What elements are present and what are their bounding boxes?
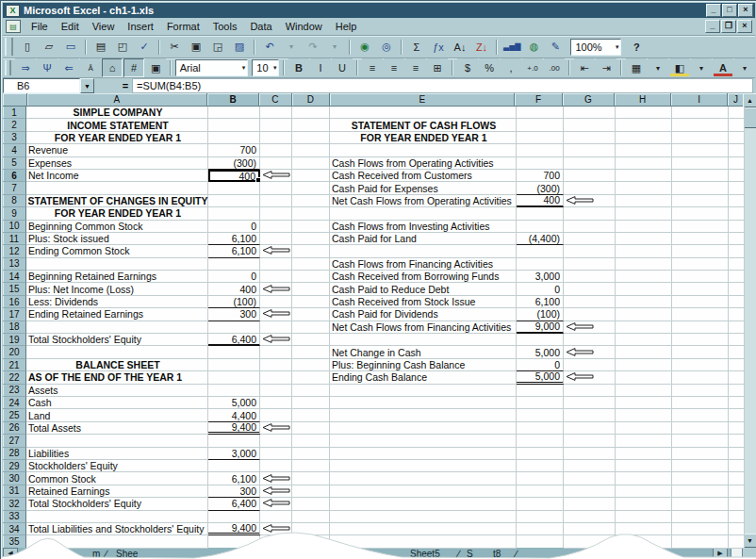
cell-H27[interactable]: [616, 435, 672, 447]
cell-D14[interactable]: [292, 271, 330, 283]
cell-J7[interactable]: [729, 182, 745, 194]
cell-G25[interactable]: [564, 409, 616, 421]
cell-B9[interactable]: [208, 207, 260, 220]
cell-I16[interactable]: [672, 296, 729, 308]
toolbar-grip[interactable]: [5, 38, 13, 55]
cell-G29[interactable]: [564, 460, 616, 472]
cell-B25[interactable]: 4,400: [208, 409, 260, 421]
row-header-24[interactable]: 24: [3, 397, 26, 409]
cell-B33[interactable]: [208, 511, 260, 523]
last-sheet-nav-icon[interactable]: ▶: [713, 548, 728, 559]
cell-D6[interactable]: [292, 170, 330, 182]
cell-J23[interactable]: [729, 385, 745, 397]
cell-I33[interactable]: [672, 511, 729, 523]
sheet-tab-t8[interactable]: t8: [493, 549, 501, 559]
cell-B13[interactable]: [208, 258, 260, 271]
cell-E23[interactable]: [330, 385, 517, 397]
cell-H6[interactable]: [616, 170, 672, 182]
cell-J13[interactable]: [729, 258, 745, 271]
cell-H14[interactable]: [616, 271, 672, 283]
open-folder-icon[interactable]: ▱: [39, 38, 59, 57]
cell-D35[interactable]: [292, 535, 330, 548]
cell-B5[interactable]: (300): [208, 157, 260, 170]
cell-A13[interactable]: [26, 258, 208, 271]
row-header-20[interactable]: 20: [3, 346, 26, 358]
cell-D8[interactable]: [292, 195, 330, 207]
font-size-select[interactable]: 10 ▾: [252, 59, 279, 76]
cell-B32[interactable]: 6,400: [208, 498, 260, 510]
format-painter-icon[interactable]: ▨: [229, 38, 250, 57]
maximize-button[interactable]: □: [722, 4, 737, 17]
cell-G4[interactable]: [564, 144, 616, 156]
cell-H10[interactable]: [616, 221, 672, 233]
cell-J28[interactable]: [729, 448, 745, 460]
cell-C11[interactable]: [260, 233, 292, 245]
cell-E33[interactable]: [330, 511, 517, 523]
cell-H16[interactable]: [616, 296, 672, 308]
cell-I30[interactable]: [672, 472, 729, 485]
cell-B21[interactable]: [208, 359, 260, 371]
fill-color-icon[interactable]: ◧: [669, 58, 690, 77]
cell-D26[interactable]: [292, 422, 330, 435]
cell-J1[interactable]: [729, 107, 745, 119]
cell-I2[interactable]: [672, 119, 729, 131]
redo-icon[interactable]: ↷: [303, 38, 323, 57]
cell-B4[interactable]: 700: [208, 144, 260, 156]
autosum-icon[interactable]: Σ: [406, 38, 427, 57]
cell-B16[interactable]: (100): [208, 296, 260, 308]
cell-C6[interactable]: [260, 170, 292, 182]
cell-H21[interactable]: [616, 359, 672, 371]
cell-C12[interactable]: [260, 245, 292, 257]
cell-J5[interactable]: [729, 157, 745, 170]
cell-G2[interactable]: [564, 119, 616, 131]
borders-icon[interactable]: ▦: [626, 58, 647, 77]
cell-C19[interactable]: [260, 334, 292, 346]
row-header-27[interactable]: 27: [3, 435, 26, 447]
cell-B27[interactable]: [208, 435, 260, 447]
cell-G15[interactable]: [564, 283, 616, 295]
cell-H20[interactable]: [616, 346, 672, 358]
cell-A2[interactable]: INCOME STATEMENT: [26, 119, 208, 131]
cell-A16[interactable]: Less: Dividends: [26, 296, 208, 308]
row-header-12[interactable]: 12: [3, 245, 26, 257]
cell-E5[interactable]: Cash Flows from Operating Activities: [330, 157, 517, 170]
row-header-18[interactable]: 18: [3, 321, 26, 334]
cell-H18[interactable]: [616, 321, 672, 334]
menu-item-insert[interactable]: Insert: [121, 19, 160, 34]
sheet-tab-m[interactable]: m: [92, 549, 100, 559]
drawing-icon[interactable]: ✎: [545, 38, 566, 57]
scroll-down-icon[interactable]: ▼: [743, 534, 756, 548]
cell-F4[interactable]: [517, 144, 564, 156]
row-header-11[interactable]: 11: [3, 233, 26, 245]
cell-C34[interactable]: [260, 523, 292, 535]
cell-J3[interactable]: [729, 132, 745, 144]
cell-I28[interactable]: [672, 448, 729, 460]
cell-D3[interactable]: [292, 132, 330, 144]
cell-G35[interactable]: [564, 535, 616, 548]
percent-icon[interactable]: %: [479, 58, 500, 77]
cell-D12[interactable]: [292, 245, 330, 257]
menu-item-window[interactable]: Window: [279, 19, 329, 34]
cell-B11[interactable]: 6,100: [208, 233, 260, 245]
cell-J8[interactable]: [729, 195, 745, 207]
cell-C33[interactable]: [260, 511, 292, 523]
cell-G33[interactable]: [564, 511, 616, 523]
comma-icon[interactable]: ,: [501, 58, 521, 77]
cell-B24[interactable]: 5,000: [208, 397, 260, 409]
cell-F30[interactable]: [517, 472, 564, 485]
cell-E10[interactable]: Cash Flows from Investing Activities: [330, 221, 517, 233]
paste-function-icon[interactable]: ƒx: [428, 38, 449, 57]
cell-I20[interactable]: [672, 346, 729, 358]
cell-E35[interactable]: [330, 535, 517, 548]
cell-E4[interactable]: [330, 144, 517, 156]
cell-I7[interactable]: [672, 182, 729, 194]
cell-C22[interactable]: [260, 371, 292, 384]
cell-E32[interactable]: [330, 498, 517, 510]
cell-J16[interactable]: [729, 296, 745, 308]
cell-G28[interactable]: [564, 448, 616, 460]
cell-E3[interactable]: FOR YEAR ENDED YEAR 1: [330, 132, 517, 144]
row-header-15[interactable]: 15: [3, 283, 26, 295]
cell-J19[interactable]: [729, 334, 745, 346]
cell-J22[interactable]: [729, 371, 745, 384]
cell-A26[interactable]: Total Assets: [26, 422, 208, 435]
